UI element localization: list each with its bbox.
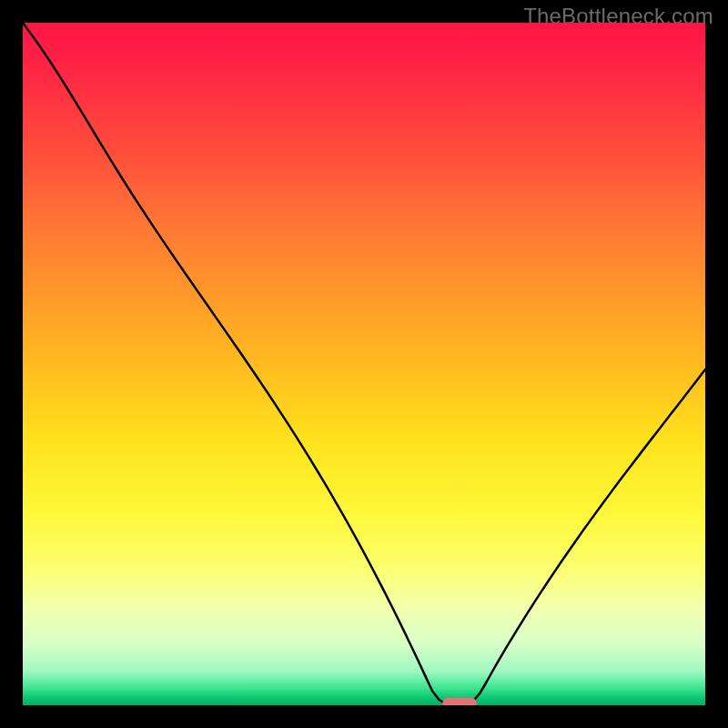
- chart-svg: [23, 23, 705, 705]
- chart-container: TheBottleneck.com: [0, 0, 728, 728]
- optimal-marker: [442, 698, 477, 705]
- gradient-background: [23, 23, 705, 705]
- plot-area: [23, 23, 705, 705]
